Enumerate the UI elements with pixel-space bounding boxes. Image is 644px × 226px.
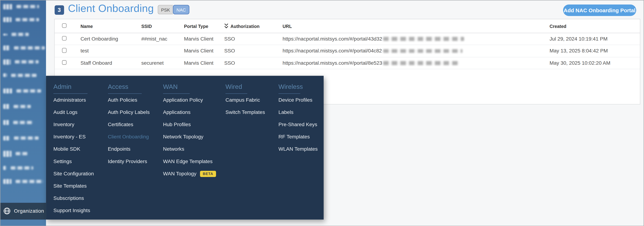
menu-item[interactable]: Auth Policy Labels (108, 106, 150, 118)
menu-item[interactable]: Auth Policies (108, 94, 150, 106)
menu-item[interactable]: Labels (278, 106, 318, 118)
menu-item[interactable]: RF Templates (278, 131, 318, 143)
sidebar-item-redacted[interactable] (0, 150, 46, 157)
redacted-nav-icon (3, 89, 12, 93)
menu-column: Wired Campus FabricSwitch Templates (226, 83, 265, 118)
menu-item[interactable]: Settings (53, 156, 94, 168)
sidebar-item-redacted[interactable] (0, 178, 46, 185)
sidebar-item-redacted[interactable] (0, 119, 46, 126)
cell-name: test (80, 48, 141, 54)
sidebar-item-redacted[interactable] (0, 104, 46, 110)
menu-item[interactable]: Campus Fabric (226, 94, 265, 106)
menu-item[interactable]: Switch Templates (226, 106, 265, 118)
table-row[interactable]: test Marvis Client SSO https://nacportal… (54, 45, 640, 57)
column-header-url[interactable]: URL (282, 24, 550, 28)
menu-item[interactable]: Applications (163, 106, 216, 118)
sidebar-item-redacted[interactable] (0, 72, 46, 78)
sidebar-item-redacted[interactable] (0, 45, 46, 51)
menu-column: Wireless Device ProfilesLabelsPre-Shared… (278, 83, 318, 156)
column-header-ssid[interactable]: SSID (141, 24, 184, 28)
add-nac-onboarding-portal-button[interactable]: Add NAC Onboarding Portal (563, 4, 636, 16)
sidebar-item-redacted[interactable] (0, 31, 46, 37)
menu-item-label: Identity Providers (108, 159, 147, 165)
menu-item[interactable]: Inventory (53, 118, 94, 131)
column-header-authorization-label: Authorization (230, 24, 260, 28)
menu-item[interactable]: Endpoints (108, 143, 150, 155)
menu-column-title: Wireless (278, 83, 318, 91)
menu-item[interactable]: Subscriptions (53, 192, 94, 205)
menu-item-label: Site Configuration (53, 171, 94, 177)
menu-item[interactable]: WLAN Templates (278, 143, 318, 155)
menu-item[interactable]: Networks (163, 143, 216, 155)
menu-item[interactable]: Administrators (53, 94, 94, 106)
menu-item[interactable]: Audit Logs (53, 106, 94, 118)
menu-item-label: Device Profiles (278, 97, 312, 103)
app-root: Organization 3 Client Onboarding PSK NAC… (0, 0, 644, 226)
row-checkbox[interactable] (62, 60, 66, 65)
menu-item-label: Campus Fabric (226, 97, 260, 103)
cell-authorization: SSO (224, 48, 282, 54)
menu-item[interactable]: Client Onboarding (108, 131, 150, 143)
url-link[interactable]: https://nacportal.mistsys.com/#/portal/8… (282, 60, 382, 66)
sidebar-item-redacted[interactable] (0, 3, 46, 9)
menu-item[interactable]: WAN TopologyBETA (163, 168, 216, 180)
toggle-nac-button[interactable]: NAC (173, 5, 189, 15)
sidebar-item-redacted[interactable] (0, 88, 46, 94)
row-checkbox[interactable] (62, 48, 66, 53)
table-row[interactable]: Staff Onboard securenet Marvis Client SS… (54, 57, 640, 69)
menu-item-label: Applications (163, 110, 190, 115)
sidebar-item-redacted[interactable] (0, 59, 46, 65)
menu-item[interactable]: Network Topology (163, 131, 216, 143)
menu-item[interactable]: Application Policy (163, 94, 216, 106)
select-all-checkbox[interactable] (62, 23, 66, 28)
redacted-nav-icon (3, 45, 10, 50)
url-link[interactable]: https://nacportal.mistsys.com/#/portal/4… (282, 36, 382, 42)
psk-nac-toggle: PSK NAC (158, 5, 189, 15)
organization-mega-menu: Admin AdministratorsAudit LogsInventoryI… (46, 76, 324, 220)
menu-item[interactable]: Identity Providers (108, 156, 150, 168)
menu-item[interactable]: Device Profiles (278, 94, 318, 106)
row-select-cell (54, 36, 80, 42)
column-header-created[interactable]: Created (550, 24, 640, 28)
cell-created: Jul 29, 2024 10:19:41 PM (550, 36, 640, 42)
redacted-nav-icon (3, 150, 12, 157)
column-header-portal-type[interactable]: Portal Type (184, 24, 224, 28)
redacted-nav-label (15, 60, 39, 63)
url-link[interactable]: https://nacportal.mistsys.com/#/portal/0… (282, 48, 382, 54)
menu-item[interactable]: Site Configuration (53, 168, 94, 180)
cell-portal-type: Marvis Client (184, 36, 224, 42)
redacted-nav-label (16, 5, 39, 8)
menu-item[interactable]: Mobile SDK (53, 143, 94, 155)
redacted-nav-label (14, 105, 31, 108)
menu-item[interactable]: WAN Edge Templates (163, 156, 216, 168)
cell-authorization: SSO (224, 60, 282, 66)
menu-item[interactable]: Pre-Shared Keys (278, 118, 318, 131)
menu-item[interactable]: Hub Profiles (163, 118, 216, 131)
menu-item-label: WAN Edge Templates (163, 159, 212, 165)
sidebar-item-redacted[interactable] (0, 16, 46, 23)
toggle-psk-button[interactable]: PSK (158, 5, 173, 15)
column-header-authorization[interactable]: Authorization (224, 23, 282, 29)
menu-item-label: Pre-Shared Keys (278, 122, 317, 128)
menu-item-label: Auth Policies (108, 97, 137, 103)
menu-item[interactable]: Inventory - ES (53, 131, 94, 143)
redacted-nav-label (14, 136, 38, 140)
row-checkbox[interactable] (62, 36, 66, 41)
table-row[interactable]: Cert Onboarding ##mist_nac Marvis Client… (54, 33, 640, 45)
menu-item[interactable]: Certificates (108, 118, 150, 131)
menu-item[interactable]: Support Insights (53, 205, 94, 217)
menu-item-label: Settings (53, 159, 72, 165)
portal-count-badge: 3 (54, 5, 64, 14)
menu-column-title: Admin (53, 83, 94, 91)
column-header-name[interactable]: Name (80, 24, 141, 28)
sidebar-item-redacted[interactable] (0, 135, 46, 141)
redacted-nav-icon (3, 120, 9, 125)
sidebar-item-redacted[interactable] (0, 165, 46, 171)
cell-name: Cert Onboarding (80, 36, 141, 42)
cell-name: Staff Onboard (80, 60, 141, 66)
sidebar-item-organization[interactable]: Organization (0, 203, 46, 220)
table-header-row: Name SSID Portal Type Authorization URL … (54, 19, 640, 33)
menu-item[interactable]: Site Templates (53, 180, 94, 192)
cell-authorization: SSO (224, 36, 282, 42)
menu-item-label: Network Topology (163, 134, 203, 140)
